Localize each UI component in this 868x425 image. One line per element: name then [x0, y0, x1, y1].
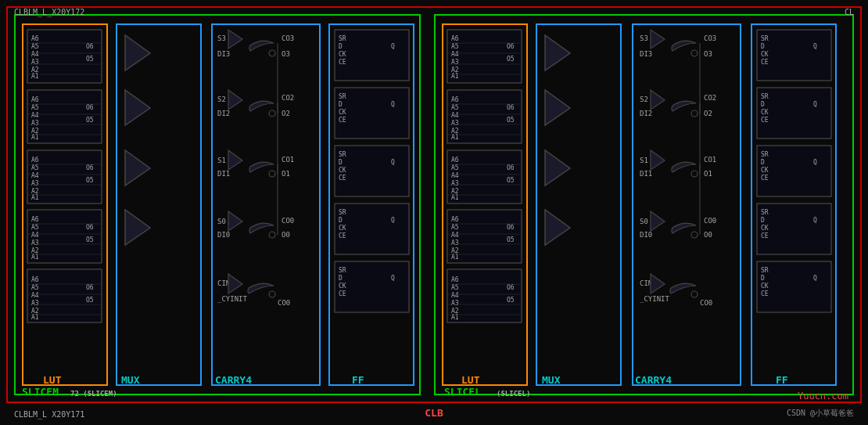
svg-text:A3: A3: [31, 59, 39, 66]
svg-text:O6: O6: [507, 284, 515, 291]
svg-text:O6: O6: [86, 104, 94, 111]
svg-text:CO1: CO1: [704, 156, 716, 164]
svg-text:Q: Q: [391, 275, 395, 282]
svg-text:Q: Q: [813, 159, 817, 166]
svg-text:DI3: DI3: [640, 50, 652, 58]
svg-text:O5: O5: [86, 56, 94, 63]
svg-point-99: [269, 291, 275, 297]
svg-text:O5: O5: [507, 236, 515, 243]
svg-text:O2: O2: [704, 110, 712, 117]
svg-text:A1: A1: [31, 134, 39, 141]
svg-marker-222: [651, 211, 665, 231]
svg-text:A6: A6: [31, 157, 39, 164]
svg-text:SR: SR: [339, 35, 346, 42]
svg-text:S2: S2: [640, 95, 648, 103]
svg-text:D: D: [339, 43, 343, 50]
carry4-label-right: CARRY4: [635, 374, 672, 386]
svg-text:CK: CK: [339, 109, 346, 116]
svg-text:Q: Q: [391, 159, 395, 166]
circuit-diagram: A6 A5 A4 A3 A2 A1 O6 O5 A6 A5 A4 A3 A2 A…: [0, 0, 868, 425]
svg-text:O1: O1: [704, 170, 712, 178]
svg-text:CK: CK: [339, 167, 346, 174]
svg-text:A6: A6: [31, 35, 39, 42]
svg-text:D: D: [339, 159, 343, 166]
svg-text:Q: Q: [391, 217, 395, 224]
svg-text:DI0: DI0: [640, 231, 652, 239]
svg-text:A4: A4: [451, 172, 459, 179]
svg-point-230: [691, 291, 698, 297]
svg-text:A1: A1: [31, 73, 39, 80]
svg-text:CO3: CO3: [282, 34, 294, 42]
svg-marker-91: [228, 211, 242, 231]
svg-text:A3: A3: [451, 300, 459, 307]
svg-text:CO0: CO0: [704, 217, 716, 225]
svg-text:A5: A5: [31, 43, 39, 50]
svg-marker-198: [545, 150, 570, 185]
svg-text:Q: Q: [813, 101, 817, 108]
svg-text:A3: A3: [451, 240, 459, 247]
svg-text:O3: O3: [704, 50, 712, 58]
svg-text:O5: O5: [507, 297, 515, 304]
svg-text:A1: A1: [451, 254, 459, 261]
svg-text:A1: A1: [451, 314, 459, 321]
svg-marker-201: [651, 30, 665, 49]
svg-text:O6: O6: [86, 164, 94, 171]
svg-text:CE: CE: [339, 232, 346, 240]
svg-text:D: D: [761, 275, 765, 282]
svg-marker-197: [545, 90, 570, 125]
svg-text:D: D: [339, 101, 343, 108]
svg-point-212: [691, 110, 698, 117]
svg-text:A1: A1: [451, 73, 459, 80]
ff-label-right: FF: [776, 374, 788, 386]
svg-text:A6: A6: [31, 216, 39, 223]
svg-marker-68: [125, 210, 150, 245]
svg-marker-97: [228, 274, 242, 294]
svg-text:O6: O6: [507, 104, 515, 111]
svg-text:O6: O6: [86, 43, 94, 50]
svg-text:CE: CE: [339, 290, 346, 297]
svg-text:_CYINIT: _CYINIT: [217, 295, 248, 303]
svg-point-226: [691, 232, 698, 238]
svg-text:A1: A1: [31, 314, 39, 321]
svg-text:S3: S3: [640, 34, 648, 42]
svg-text:S1: S1: [640, 157, 648, 164]
svg-text:O6: O6: [507, 43, 515, 50]
svg-text:O5: O5: [86, 236, 94, 243]
svg-text:DI2: DI2: [640, 110, 652, 117]
svg-point-95: [269, 232, 275, 238]
svg-text:O6: O6: [507, 224, 515, 231]
svg-text:DI0: DI0: [217, 231, 230, 239]
svg-point-205: [691, 50, 698, 56]
svg-text:CK: CK: [339, 51, 346, 58]
svg-text:A4: A4: [451, 232, 459, 239]
main-container: CLBLM_L_X20Y172 CL CLBLM_L X20Y171 CLB C…: [0, 0, 868, 425]
svg-text:CK: CK: [761, 225, 769, 232]
svg-text:A3: A3: [451, 180, 459, 187]
svg-text:O3: O3: [282, 50, 290, 58]
svg-text:S2: S2: [217, 95, 226, 103]
svg-text:A4: A4: [31, 112, 39, 119]
svg-text:A3: A3: [31, 300, 39, 307]
svg-text:A3: A3: [31, 120, 39, 127]
svg-text:A1: A1: [451, 134, 459, 141]
svg-text:A4: A4: [31, 172, 39, 179]
svg-text:O5: O5: [507, 117, 515, 124]
svg-text:O2: O2: [282, 110, 290, 117]
svg-marker-84: [228, 150, 242, 170]
svg-text:CK: CK: [761, 51, 769, 58]
svg-text:CE: CE: [761, 59, 769, 66]
svg-text:A6: A6: [451, 96, 459, 103]
mux-label-right: MUX: [542, 374, 560, 386]
svg-text:S0: S0: [217, 218, 226, 225]
svg-text:A1: A1: [31, 194, 39, 201]
svg-text:D: D: [761, 43, 765, 50]
svg-text:A4: A4: [451, 292, 459, 299]
svg-text:SR: SR: [761, 209, 769, 216]
svg-point-81: [269, 110, 275, 117]
svg-text:CO2: CO2: [704, 94, 716, 102]
svg-text:A5: A5: [31, 104, 39, 111]
lut-label-left: LUT: [43, 374, 61, 386]
svg-text:O1: O1: [282, 170, 290, 178]
svg-text:SR: SR: [339, 93, 346, 100]
svg-text:DI3: DI3: [217, 50, 230, 58]
